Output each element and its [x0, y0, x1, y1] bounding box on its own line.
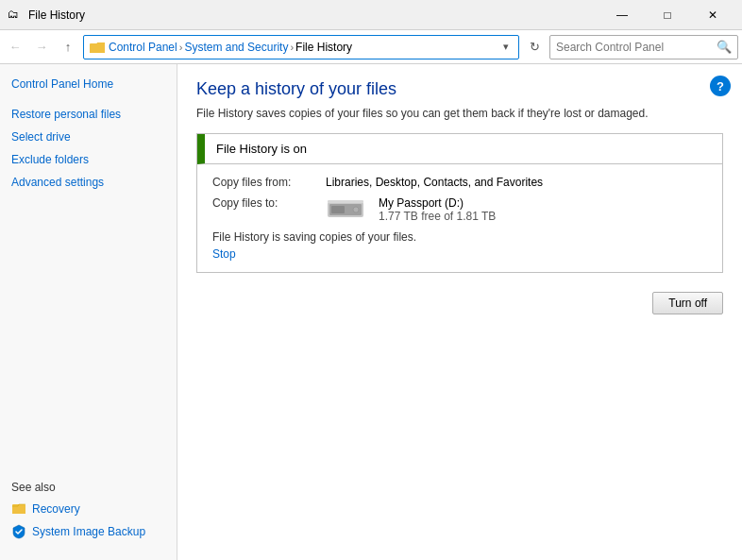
sidebar-item-select-drive[interactable]: Select drive	[0, 127, 177, 147]
stop-link[interactable]: Stop	[212, 247, 236, 261]
window-title: File History	[28, 8, 600, 22]
page-title: Keep a history of your files	[196, 79, 723, 99]
see-also-label: See also	[11, 481, 165, 494]
title-bar: 🗂 File History — □ ✕	[0, 0, 742, 30]
copy-from-value: Libraries, Desktop, Contacts, and Favori…	[326, 176, 543, 189]
sidebar-item-restore[interactable]: Restore personal files	[0, 104, 177, 125]
svg-rect-5	[331, 206, 345, 213]
path-folder-icon	[90, 40, 105, 55]
drive-icon	[326, 196, 365, 223]
copy-to-label: Copy files to:	[212, 196, 326, 210]
turn-off-button[interactable]: Turn off	[652, 292, 723, 314]
copy-from-row: Copy files from: Libraries, Desktop, Con…	[212, 176, 707, 189]
search-button[interactable]: 🔍	[717, 40, 732, 54]
page-description: File History saves copies of your files …	[196, 107, 723, 120]
drive-info: My Passport (D:) 1.77 TB free of 1.81 TB	[326, 196, 496, 223]
main-layout: Control Panel Home Restore personal file…	[0, 64, 742, 560]
sidebar-bottom: See also Recovery System Image Backup	[0, 471, 177, 551]
breadcrumb-sep-2: ›	[290, 42, 294, 53]
minimize-button[interactable]: —	[600, 2, 644, 28]
svg-rect-7	[328, 200, 363, 203]
up-button[interactable]: ↑	[57, 36, 79, 59]
drive-text: My Passport (D:) 1.77 TB free of 1.81 TB	[379, 196, 496, 223]
breadcrumb-system-security[interactable]: System and Security	[184, 41, 288, 54]
status-header: File History is on	[197, 134, 722, 164]
saving-status: File History is saving copies of your fi…	[212, 230, 707, 244]
see-also-system-image[interactable]: System Image Backup	[11, 522, 165, 541]
turn-off-row: Turn off	[196, 292, 723, 314]
sidebar-links: Restore personal files Select drive Excl…	[0, 104, 177, 193]
recovery-icon	[11, 501, 26, 517]
svg-rect-2	[12, 506, 25, 514]
address-bar: ← → ↑ Control Panel › System and Securit…	[0, 30, 742, 64]
breadcrumb-file-history: File History	[295, 41, 352, 54]
status-label: File History is on	[216, 142, 307, 156]
sidebar-item-exclude-folders[interactable]: Exclude folders	[0, 149, 177, 170]
back-button[interactable]: ←	[4, 36, 26, 59]
search-box: 🔍	[549, 35, 738, 59]
sidebar: Control Panel Home Restore personal file…	[0, 64, 177, 560]
see-also-recovery[interactable]: Recovery	[11, 500, 165, 518]
search-input[interactable]	[556, 41, 713, 54]
forward-button[interactable]: →	[30, 36, 53, 59]
breadcrumb-sep-1: ›	[179, 42, 183, 53]
copy-from-label: Copy files from:	[212, 176, 326, 189]
window-controls: — □ ✕	[600, 2, 734, 28]
shield-icon	[11, 524, 26, 539]
address-path: Control Panel › System and Security › Fi…	[83, 35, 519, 59]
status-body: Copy files from: Libraries, Desktop, Con…	[197, 164, 722, 272]
copy-to-row: Copy files to: My Passport (D:) 1.	[212, 196, 707, 223]
drive-space: 1.77 TB free of 1.81 TB	[379, 210, 496, 223]
status-panel: File History is on Copy files from: Libr…	[196, 133, 723, 273]
content-area: ? Keep a history of your files File Hist…	[177, 64, 742, 560]
breadcrumb-dropdown-button[interactable]: ▾	[499, 41, 513, 53]
help-button[interactable]: ?	[710, 76, 731, 96]
close-button[interactable]: ✕	[691, 2, 734, 28]
sidebar-home-link[interactable]: Control Panel Home	[0, 74, 177, 94]
refresh-button[interactable]: ↻	[523, 35, 546, 59]
svg-point-6	[353, 207, 359, 212]
breadcrumb-control-panel[interactable]: Control Panel	[109, 41, 177, 54]
maximize-button[interactable]: □	[646, 2, 689, 28]
window-icon: 🗂	[8, 8, 23, 23]
sidebar-item-advanced-settings[interactable]: Advanced settings	[0, 172, 177, 193]
drive-name: My Passport (D:)	[379, 196, 496, 210]
